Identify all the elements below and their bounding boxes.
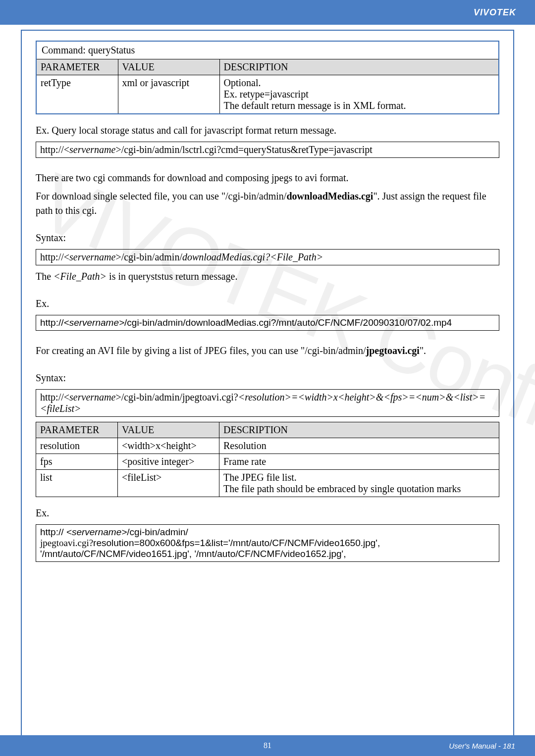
code4-serv: servername — [69, 392, 115, 403]
pt-h-value: VALUE — [118, 422, 219, 438]
code2-serv: servername — [69, 252, 115, 262]
code3-rest: /cgi-bin/admin/downloadMedias.cgi?/mnt/a… — [124, 317, 452, 328]
para-two-cgi: There are two cgi commands for download … — [36, 171, 499, 185]
para-filepath: The <File_Path> is in queryststus return… — [36, 269, 499, 284]
para5b: jpegtoavi.cgi — [366, 345, 420, 356]
header-band: VIVOTEK — [0, 0, 535, 25]
desc-line-1: Optional. — [224, 77, 495, 89]
code3-serv: <servername> — [64, 317, 125, 328]
pt-r3-d2: The file path should be embraced by sing… — [223, 483, 495, 495]
code1-serv: servername — [69, 144, 115, 155]
para5c: ". — [420, 345, 426, 356]
code2-tail: downloadMedias.cgi?<File_Path> — [182, 252, 323, 262]
para-ex-query: Ex. Query local storage status and call … — [36, 123, 499, 138]
para4a: The — [36, 271, 54, 282]
td-value: xml or javascript — [118, 75, 219, 114]
code3-pre: http:// — [40, 317, 64, 328]
pt-r2-d: Frame rate — [219, 454, 499, 470]
code-box-3: http://<servername>/cgi-bin/admin/downlo… — [36, 315, 499, 331]
pt-h-param: PARAMETER — [36, 422, 118, 438]
code-box-5: http:// <servername>/cgi-bin/admin/ jpeg… — [36, 524, 499, 562]
code2-pre: http://< — [40, 252, 69, 262]
para5a: For creating an AVI file by giving a lis… — [36, 345, 366, 356]
ex-label-1: Ex. — [36, 297, 499, 311]
pt-r1-d: Resolution — [219, 438, 499, 454]
pt-r3-d1: The JPEG file list. — [223, 472, 495, 483]
brand-label: VIVOTEK — [474, 7, 516, 18]
syntax-label-2: Syntax: — [36, 371, 499, 385]
pt-r1-p: resolution — [36, 438, 118, 454]
code4-mid: >/cgi-bin/admin/jpegtoavi.cgi? — [115, 392, 238, 403]
command-title: Command: queryStatus — [36, 41, 499, 59]
pt-r1-v: <width>x<height> — [118, 438, 219, 454]
code1-post: >/cgi-bin/admin/lsctrl.cgi?cmd=queryStat… — [115, 144, 372, 155]
footer-band: 81 User's Manual - 181 — [0, 735, 535, 756]
pt-h-desc: DESCRIPTION — [219, 422, 499, 438]
syntax-label-1: Syntax: — [36, 231, 499, 245]
para-jpegtoavi: For creating an AVI file by giving a lis… — [36, 344, 499, 358]
code5-rest1: /cgi-bin/admin/ — [127, 527, 188, 537]
command-table: Command: queryStatus PARAMETER VALUE DES… — [36, 41, 499, 114]
td-param: retType — [36, 75, 118, 114]
para-download: For download single selected file, you c… — [36, 189, 499, 218]
code1-pre: http://< — [40, 144, 69, 155]
para3b: downloadMedias.cgi — [286, 191, 373, 202]
td-desc: Optional. Ex. retype=javascript The defa… — [219, 75, 499, 114]
code4-pre: http://< — [40, 392, 69, 403]
code5-l2a: jpegtoavi.cgi? — [40, 538, 93, 548]
params-table: PARAMETER VALUE DESCRIPTION resolution <… — [36, 422, 499, 497]
para4b: <File_Path> — [54, 271, 107, 282]
code5-serv: <servername> — [66, 527, 127, 537]
manual-label: User's Manual - 181 — [449, 742, 515, 750]
pt-r2-v: <positive integer> — [118, 454, 219, 470]
code-box-4: http://<servername>/cgi-bin/admin/jpegto… — [36, 389, 499, 417]
pt-r2-p: fps — [36, 454, 118, 470]
code-box-2: http://<servername>/cgi-bin/admin/downlo… — [36, 249, 499, 265]
th-value: VALUE — [118, 59, 219, 75]
page-number: 81 — [264, 741, 271, 750]
content-frame: VIVOTEK Confidential Command: queryStatu… — [21, 30, 514, 741]
code-box-1: http://<servername>/cgi-bin/admin/lsctrl… — [36, 142, 499, 158]
ex-label-2: Ex. — [36, 506, 499, 520]
th-parameter: PARAMETER — [36, 59, 118, 75]
pt-r3-d: The JPEG file list. The file path should… — [219, 470, 499, 497]
desc-line-3: The default return message is in XML for… — [224, 100, 495, 111]
code5-pre: http:// — [40, 527, 66, 537]
para3a: For download single selected file, you c… — [36, 191, 286, 202]
para4c: is in queryststus return message. — [107, 271, 237, 282]
pt-r3-v: <fileList> — [118, 470, 219, 497]
th-description: DESCRIPTION — [219, 59, 499, 75]
pt-r3-p: list — [36, 470, 118, 497]
desc-line-2: Ex. retype=javascript — [224, 89, 495, 100]
page-content: Command: queryStatus PARAMETER VALUE DES… — [22, 31, 513, 571]
code2-mid: >/cgi-bin/admin/ — [115, 252, 182, 262]
